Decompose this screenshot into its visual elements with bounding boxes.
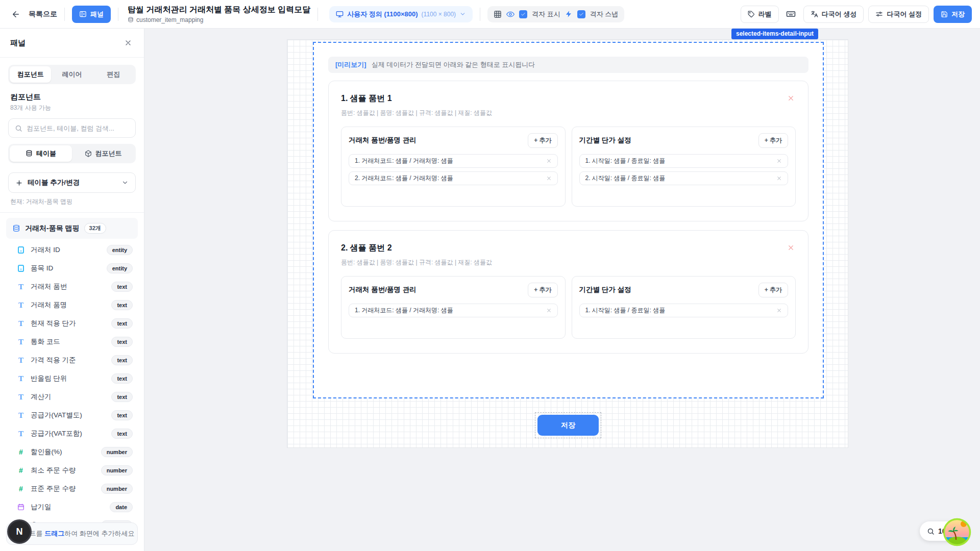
add-item-button[interactable]: + 추가 (528, 283, 557, 297)
add-table-dropdown[interactable]: 테이블 추가/변경 (8, 172, 136, 193)
back-button[interactable] (8, 7, 23, 22)
tab-layers[interactable]: 레이어 (51, 66, 92, 83)
field-row[interactable]: # 표준 주문 수량 number (6, 480, 138, 498)
database-icon (26, 150, 33, 157)
field-row[interactable]: # 최소 주문 수량 number (6, 461, 138, 480)
artboard[interactable]: [미리보기] 실제 데이터가 전달되면 아래와 같은 형태로 표시됩니다 1. … (287, 39, 848, 448)
sub-panel: 기간별 단가 설정 + 추가 1. 시작일: 샘플 / 종료일: 샘플 2. 시… (572, 127, 796, 207)
item-card[interactable]: 1. 샘플 품번 1 품번: 샘플값 | 품명: 샘플값 | 규격: 샘플값 |… (328, 81, 808, 221)
field-row[interactable]: T 통화 코드 text (6, 333, 138, 351)
panel-toggle-button[interactable]: 패널 (72, 6, 111, 23)
preview-save-button[interactable]: 저장 (537, 415, 599, 436)
field-type-badge: number (101, 484, 133, 494)
mode-segmented: 테이블 컴포넌트 (8, 144, 136, 163)
number-icon: # (16, 466, 26, 474)
item-card[interactable]: 2. 샘플 품번 2 품번: 샘플값 | 품명: 샘플값 | 규격: 샘플값 |… (328, 230, 808, 354)
search-input[interactable] (27, 124, 129, 132)
item-remove-button[interactable] (546, 176, 552, 181)
field-row[interactable]: # 할인율(%) number (6, 443, 138, 461)
text-icon: T (16, 356, 26, 365)
text-icon: T (16, 411, 26, 420)
list-item: 1. 거래처코드: 샘플 / 거래처명: 샘플 (349, 154, 558, 168)
tab-components[interactable]: 컴포넌트 (10, 66, 51, 83)
close-icon (776, 176, 782, 181)
field-row[interactable]: 품목 ID entity (6, 259, 138, 278)
field-type-badge: text (111, 373, 133, 384)
field-type-badge: text (111, 355, 133, 365)
back-to-list-button[interactable]: 목록으로 (29, 10, 57, 19)
plus-icon (15, 179, 23, 187)
viewport-size-dropdown[interactable]: 사용자 정의 (1100×800) (1100 × 800) (329, 6, 473, 22)
field-type-badge: entity (107, 245, 133, 255)
magnifier-icon (927, 528, 935, 535)
grid-snap-label: 격자 스냅 (590, 10, 619, 19)
number-icon: # (16, 448, 26, 456)
keyboard-shortcuts-button[interactable] (783, 7, 799, 22)
toolbar-divider (118, 8, 118, 21)
panel-icon (79, 10, 87, 18)
field-row[interactable]: T 반올림 단위 text (6, 369, 138, 388)
editor-canvas[interactable]: selected-items-detail-input [미리보기] 실제 데이… (144, 29, 980, 551)
item-remove-button[interactable] (546, 308, 552, 313)
selected-component[interactable]: [미리보기] 실제 데이터가 전달되면 아래와 같은 형태로 표시됩니다 1. … (313, 42, 824, 398)
n-logo-button[interactable]: N (7, 519, 32, 544)
card-close-button[interactable] (786, 93, 796, 103)
list-item: 1. 거래처코드: 샘플 / 거래처명: 샘플 (349, 304, 558, 317)
field-row[interactable]: T 현재 적용 단가 text (6, 314, 138, 333)
toolbar-divider (64, 8, 65, 21)
entity-icon (16, 246, 26, 254)
mode-tab-tables[interactable]: 테이블 (10, 145, 72, 162)
component-search (8, 118, 136, 138)
field-row[interactable]: T 가격 적용 기준 text (6, 351, 138, 369)
table-group-header[interactable]: 거래처-품목 맵핑 32개 (6, 218, 138, 239)
field-row[interactable]: T 거래처 품명 text (6, 296, 138, 314)
close-icon (546, 308, 552, 313)
card-title: 1. 샘플 품번 1 (341, 93, 392, 104)
date-icon (16, 504, 26, 511)
grid-show-label: 격자 표시 (532, 10, 560, 19)
card-title: 2. 샘플 품번 2 (341, 243, 392, 254)
field-row[interactable]: T 공급가(VAT별도) text (6, 406, 138, 424)
close-icon (787, 244, 795, 252)
sidebar-close-button[interactable] (122, 37, 134, 48)
item-text: 1. 거래처코드: 샘플 / 거래처명: 샘플 (355, 306, 453, 315)
i18n-generate-button[interactable]: 다국어 생성 (803, 6, 864, 23)
field-row[interactable]: 납기일 date (6, 498, 138, 516)
mode-tab-components[interactable]: 컴포넌트 (72, 145, 134, 162)
field-row[interactable]: T 거래처 품번 text (6, 278, 138, 296)
field-row[interactable]: T 공급가(VAT포함) text (6, 424, 138, 443)
item-remove-button[interactable] (776, 176, 782, 181)
search-icon (15, 124, 22, 132)
field-row[interactable]: T 계산기 text (6, 388, 138, 406)
item-text: 2. 시작일: 샘플 / 종료일: 샘플 (585, 174, 666, 183)
save-component-outline[interactable]: 저장 (535, 412, 601, 438)
field-type-badge: text (111, 300, 133, 310)
top-toolbar: 목록으로 패널 탑씰 거래처관리 거래처별 품목 상세정보 입력모달 custo… (0, 0, 980, 29)
grid-controls: 격자 표시 격자 스냅 (487, 6, 624, 22)
grid-snap-checkbox[interactable] (577, 10, 585, 18)
item-remove-button[interactable] (776, 308, 782, 313)
components-section-header: 컴포넌트 83개 사용 가능 (10, 92, 134, 112)
save-button[interactable]: 저장 (934, 6, 972, 23)
card-close-button[interactable] (786, 243, 796, 253)
bolt-icon (565, 10, 573, 18)
close-icon (124, 39, 132, 47)
add-item-button[interactable]: + 추가 (758, 133, 788, 148)
item-remove-button[interactable] (776, 158, 782, 164)
i18n-settings-button[interactable]: 다국어 설정 (868, 6, 929, 23)
item-remove-button[interactable] (546, 158, 552, 164)
field-row[interactable]: 거래처 ID entity (6, 241, 138, 259)
label-button[interactable]: 라벨 (741, 6, 779, 23)
table-group-name: 거래처-품목 맵핑 (25, 224, 80, 233)
item-text: 1. 시작일: 샘플 / 종료일: 샘플 (585, 157, 666, 165)
database-icon (128, 17, 134, 23)
add-item-button[interactable]: + 추가 (758, 283, 788, 297)
tab-edit[interactable]: 편집 (93, 66, 134, 83)
item-text: 2. 거래처코드: 샘플 / 거래처명: 샘플 (355, 174, 453, 183)
preview-text: 실제 데이터가 전달되면 아래와 같은 형태로 표시됩니다 (372, 60, 535, 69)
grid-show-checkbox[interactable] (519, 10, 527, 18)
close-icon (546, 158, 552, 164)
field-type-badge: text (111, 429, 133, 439)
add-item-button[interactable]: + 추가 (528, 133, 557, 148)
sidebar-header: 패널 (0, 29, 144, 58)
